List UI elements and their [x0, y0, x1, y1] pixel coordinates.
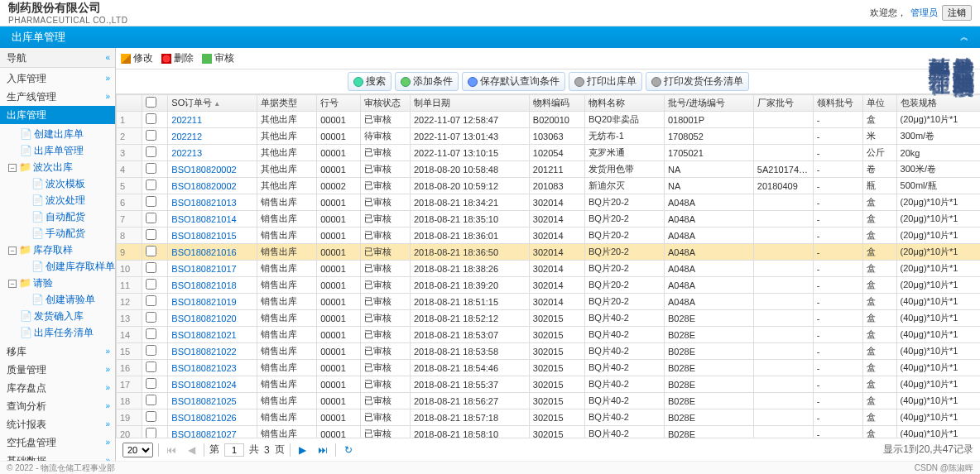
page-input[interactable]	[224, 443, 244, 457]
delete-button[interactable]: 删除	[161, 51, 194, 65]
so-link[interactable]: BSO180821017	[171, 264, 236, 274]
row-checkbox[interactable]	[146, 411, 156, 422]
row-checkbox[interactable]	[146, 378, 156, 389]
row-checkbox[interactable]	[146, 262, 156, 273]
table-row[interactable]: 18BSO180821025销售出库00001已审核2018-08-21 18:…	[117, 393, 981, 409]
grid-wrapper[interactable]: SO订单号▲单据类型行号审核状态制单日期物料编码物料名称批号/进场编号厂家批号领…	[116, 94, 980, 438]
nav-section[interactable]: 统计报表»	[0, 415, 115, 433]
table-row[interactable]: 15BSO180821022销售出库00001已审核2018-08-21 18:…	[117, 343, 981, 360]
row-checkbox[interactable]	[146, 312, 156, 323]
table-row[interactable]: 3202213其他出库00001已审核2022-11-07 13:10:1510…	[117, 145, 981, 161]
tree-folder[interactable]: −📁请验	[5, 275, 115, 291]
row-checkbox[interactable]	[146, 279, 156, 290]
row-checkbox[interactable]	[146, 345, 156, 356]
tree-leaf[interactable]: 📄创建请验单	[5, 291, 115, 308]
so-link[interactable]: BSO180821024	[171, 380, 236, 390]
row-checkbox[interactable]	[146, 146, 156, 157]
col-header[interactable]: 批号/进场编号	[664, 95, 753, 112]
row-checkbox[interactable]	[146, 163, 156, 174]
row-checkbox[interactable]	[146, 295, 156, 306]
col-header[interactable]: 厂家批号	[753, 95, 813, 112]
table-row[interactable]: 20BSO180821027销售出库00001已审核2018-08-21 18:…	[117, 426, 981, 438]
row-checkbox[interactable]	[146, 395, 156, 405]
tree-leaf[interactable]: 📄出库任务清单	[5, 324, 115, 341]
so-link[interactable]: BSO180821020	[171, 314, 236, 323]
so-link[interactable]: BSO180821015	[171, 231, 236, 241]
table-row[interactable]: 12BSO180821019销售出库00001已审核2018-08-21 18:…	[117, 294, 981, 310]
table-row[interactable]: 10BSO180821017销售出库00001已审核2018-08-21 18:…	[117, 261, 981, 277]
tree-leaf[interactable]: 📄出库单管理	[5, 142, 115, 159]
logout-button[interactable]: 注销	[942, 5, 972, 21]
col-header[interactable]: SO订单号▲	[168, 95, 257, 112]
tree-folder[interactable]: −📁波次出库	[5, 159, 115, 175]
row-checkbox[interactable]	[146, 196, 156, 207]
col-header[interactable]: 制单日期	[410, 95, 529, 112]
col-header[interactable]: 包装规格	[896, 95, 980, 112]
col-header[interactable]: 单据类型	[257, 95, 317, 112]
page-size-select[interactable]: 20	[122, 443, 153, 457]
row-checkbox[interactable]	[146, 328, 156, 339]
table-row[interactable]: 8BSO180821015销售出库00001已审核2018-08-21 18:3…	[117, 227, 981, 244]
col-header[interactable]: 审核状态	[360, 95, 410, 112]
col-header[interactable]: 物料编码	[529, 95, 584, 112]
chevron-left-icon[interactable]: «	[105, 48, 110, 68]
collapse-icon[interactable]: ︽	[960, 31, 968, 43]
col-header[interactable]: 单位	[862, 95, 896, 112]
row-checkbox[interactable]	[146, 130, 156, 141]
so-link[interactable]: 202212	[171, 132, 202, 141]
table-row[interactable]: 19BSO180821026销售出库00001已审核2018-08-21 18:…	[117, 409, 981, 426]
table-row[interactable]: 7BSO180821014销售出库00001已审核2018-08-21 18:3…	[117, 211, 981, 227]
save-query-button[interactable]: 保存默认查询条件	[462, 72, 565, 91]
col-header[interactable]: 物料名称	[585, 95, 665, 112]
so-link[interactable]: BSO180820002	[171, 165, 236, 175]
table-row[interactable]: 2202212其他出库00001待审核2022-11-07 13:01:4310…	[117, 128, 981, 145]
first-page-button[interactable]: ⏮	[164, 443, 179, 457]
search-button[interactable]: 搜索	[348, 72, 392, 91]
so-link[interactable]: BSO180821016	[171, 247, 236, 257]
table-row[interactable]: 16BSO180821023销售出库00001已审核2018-08-21 18:…	[117, 360, 981, 376]
so-link[interactable]: BSO180821018	[171, 280, 236, 290]
tree-leaf[interactable]: 📄波次模板	[5, 175, 115, 192]
so-link[interactable]: BSO180821023	[171, 363, 236, 373]
nav-section[interactable]: 入库管理»	[0, 69, 115, 88]
nav-section[interactable]: 库存盘点»	[0, 379, 115, 397]
tree-leaf[interactable]: 📄手动配货	[5, 225, 115, 242]
next-page-button[interactable]: ▶	[295, 443, 310, 457]
nav-section[interactable]: 质量管理»	[0, 361, 115, 379]
table-row[interactable]: 6BSO180821013销售出库00001已审核2018-08-21 18:3…	[117, 194, 981, 211]
print-ship-button[interactable]: 打印发货任务清单	[646, 72, 749, 91]
row-checkbox[interactable]	[146, 180, 156, 190]
last-page-button[interactable]: ⏭	[315, 443, 330, 457]
nav-section[interactable]: 移库»	[0, 342, 115, 361]
so-link[interactable]: 202213	[171, 148, 202, 158]
audit-button[interactable]: 审核	[202, 51, 234, 65]
refresh-button[interactable]: ↻	[341, 443, 356, 457]
table-row[interactable]: 13BSO180821020销售出库00001已审核2018-08-21 18:…	[117, 310, 981, 327]
nav-section[interactable]: 基础数据»	[0, 452, 115, 461]
table-row[interactable]: 9BSO180821016销售出库00001已审核2018-08-21 18:3…	[117, 244, 981, 261]
nav-section[interactable]: 生产线管理»	[0, 88, 115, 106]
row-checkbox[interactable]	[146, 213, 156, 223]
nav-section[interactable]: 空托盘管理»	[0, 433, 115, 452]
row-checkbox[interactable]	[146, 361, 156, 372]
so-link[interactable]: BSO180821021	[171, 330, 236, 340]
tree-leaf[interactable]: 📄创建出库单	[5, 126, 115, 142]
tree-leaf[interactable]: 📄波次处理	[5, 192, 115, 208]
so-link[interactable]: 202211	[171, 115, 202, 125]
row-checkbox[interactable]	[146, 113, 156, 124]
so-link[interactable]: BSO180821027	[171, 429, 236, 438]
so-link[interactable]: BSO180821026	[171, 413, 236, 423]
table-row[interactable]: 17BSO180821024销售出库00001已审核2018-08-21 18:…	[117, 376, 981, 393]
tree-leaf[interactable]: 📄发货确入库	[5, 308, 115, 324]
print-outbound-button[interactable]: 打印出库单	[569, 72, 642, 91]
so-link[interactable]: BSO180821019	[171, 297, 236, 307]
user-link[interactable]: 管理员	[910, 7, 938, 17]
select-all[interactable]	[146, 97, 156, 108]
so-link[interactable]: BSO180821025	[171, 396, 236, 406]
nav-section[interactable]: 查询分析»	[0, 397, 115, 415]
prev-page-button[interactable]: ◀	[184, 443, 199, 457]
table-row[interactable]: 4BSO180820002其他出库00001已审核2018-08-20 10:5…	[117, 161, 981, 178]
table-row[interactable]: 11BSO180821018销售出库00001已审核2018-08-21 18:…	[117, 277, 981, 294]
table-row[interactable]: 1202211其他出库00001已审核2022-11-07 12:58:47B0…	[117, 112, 981, 128]
so-link[interactable]: BSO180821014	[171, 214, 236, 224]
